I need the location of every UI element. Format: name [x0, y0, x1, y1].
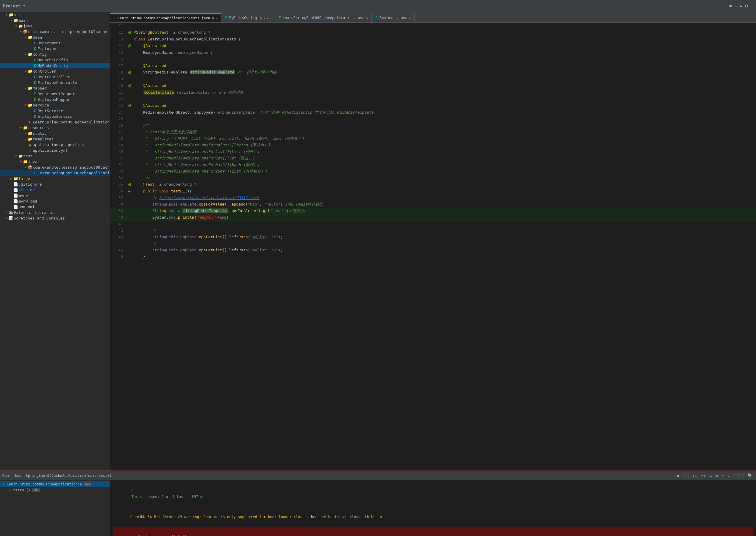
dropdown-arrow-icon[interactable]: ▾ [23, 4, 25, 8]
tree-item-employeeservice[interactable]: C EmployeeService [0, 114, 110, 119]
interface-icon: I [32, 92, 38, 96]
folder-icon: 📁 [27, 86, 33, 90]
file-icon: 📄 [13, 205, 18, 209]
check-pass-icon: ✓ [9, 488, 11, 492]
tree-item-src[interactable]: ▼ 📁 src [0, 12, 110, 17]
code-line-20: 20 🌿 @Autowired [110, 83, 756, 89]
tab-myredisconfig[interactable]: C MyRedisConfig.java ✕ [221, 14, 275, 22]
tree-item-testclass[interactable]: T LearnSpringBoot09CacheApplicationTe... [0, 170, 110, 176]
tree-item-main[interactable]: ▼ 📁 main [0, 17, 110, 23]
close-icon[interactable]: ✕ [366, 17, 368, 19]
folder-icon: 📁 [27, 103, 33, 107]
chevron-down-icon: ▼ [24, 70, 27, 73]
run-item-label: test01() [13, 488, 30, 492]
code-line-28: 28 * String (字符串)、List (列表)、Set (集合)、Has… [110, 135, 756, 142]
code-line-12: 12 🌿 @SpringBootTest ▲ changbenlong * [110, 29, 756, 36]
tab-icon-mainapplication: T [279, 16, 281, 20]
tree-item-deptservice[interactable]: C DeptService [0, 108, 110, 114]
gutter-leaf-icon: 🌿 [127, 84, 131, 88]
tree-item-appyml[interactable]: ⚙ application.yml [0, 148, 110, 153]
layout2-icon[interactable]: ⇌ [739, 3, 742, 9]
tree-item-scratches[interactable]: ▶ 📝 Scratches and Consoles [0, 215, 110, 221]
tree-item-resources[interactable]: ▼ 📁 resources [0, 125, 110, 131]
tree-item-mainapplication[interactable]: C LearnSpringBoot09CacheApplication [0, 119, 110, 125]
run-play-icon[interactable]: ▶ [676, 473, 681, 479]
tree-item-employeemapper[interactable]: I EmployeeMapper [0, 97, 110, 102]
run-down-icon[interactable]: ↓ [727, 473, 731, 479]
tree-item-pomxml[interactable]: 📄 pom.xml [0, 204, 110, 210]
tree-item-service[interactable]: ▼ 📁 service [0, 102, 110, 108]
tree-item-employee[interactable]: C Employee [0, 46, 110, 51]
folder-icon: 📁 [13, 18, 18, 22]
run-filter-icon[interactable]: ⬛⬛ [733, 473, 745, 479]
add-icon[interactable]: ⊕ [729, 3, 732, 9]
tab-testclass[interactable]: T LearnSpringBoot09CacheApplicationTests… [110, 14, 221, 22]
tree-item-package[interactable]: ▼ 📦 com.example.learnspringboot09cache [0, 29, 110, 35]
file-icon: 📄 [13, 199, 18, 203]
tree-item-appprops[interactable]: ⚙ application.properties [0, 142, 110, 148]
tree-item-bean[interactable]: ▼ 📁 bean [0, 35, 110, 40]
run-body: ✓ LearnSpringBoot09CacheApplicationTe 89… [0, 480, 756, 536]
run-stop-icon[interactable]: ⬛ [682, 473, 690, 479]
run-item-label: LearnSpringBoot09CacheApplicationTe [7, 482, 82, 486]
run-toolbar: Run: LearnSpringBoot09CacheApplicationTe… [0, 471, 756, 480]
gutter-leaf-icon: 🌿 [127, 44, 131, 48]
tree-item-external-libs[interactable]: ▶ 📚 External Libraries [0, 210, 110, 215]
tree-item-employeecontroller[interactable]: C EmployeeController [0, 80, 110, 85]
run-rerun-icon[interactable]: ⇌ [714, 473, 719, 479]
tree-item-test-folder[interactable]: ▼ 📁 test [0, 153, 110, 159]
tree-item-templates[interactable]: ▶ 📁 templates [0, 136, 110, 142]
tree-item-department[interactable]: C Department [0, 40, 110, 46]
tree-item-static[interactable]: ▶ 📁 static [0, 131, 110, 136]
chevron-right-icon: ▶ [10, 177, 13, 180]
tree-item-departmentmapper[interactable]: I DepartmentMapper [0, 91, 110, 97]
run-item-test01[interactable]: ✓ test01() 897 [0, 487, 110, 493]
tree-item-config[interactable]: ▼ 📁 config [0, 51, 110, 57]
chevron-down-icon: ▼ [19, 160, 22, 163]
chevron-down-icon: ▼ [24, 104, 27, 107]
run-up-icon[interactable]: ↑ [720, 473, 725, 479]
close-icon[interactable]: ✕ [409, 17, 411, 19]
folder-icon: 📁 [8, 13, 14, 17]
run-item-testclass[interactable]: ✓ LearnSpringBoot09CacheApplicationTe 89… [0, 481, 110, 487]
file-icon: 📄 [13, 193, 18, 198]
tree-item-mycacheconfig[interactable]: C MyCacheConfig [0, 57, 110, 63]
tree-item-java[interactable]: ▼ 📁 java [0, 23, 110, 29]
code-line-30: 30 * stringRedisTemplate.opsForList()[Li… [110, 149, 756, 155]
tree-item-gitignore[interactable]: 📄 .gitignore [0, 182, 110, 187]
editor-area: T LearnSpringBoot09CacheApplicationTests… [110, 12, 756, 471]
tree-item-mvnwcmd[interactable]: 📄 mvnw.cmd [0, 198, 110, 204]
tree-item-controller[interactable]: ▼ 📁 controller [0, 68, 110, 74]
code-line-24: 24 RedisTemplate<Object, Employee> empRe… [110, 109, 756, 116]
folder-icon: 📁 [22, 159, 28, 164]
code-line-26: 26 /** [110, 122, 756, 129]
minimize-icon[interactable]: — [750, 3, 753, 9]
code-line-40: 40 System.out.println("msg值："+msg); [110, 214, 756, 221]
tree-item-target[interactable]: ▶ 📁 target [0, 176, 110, 182]
tree-item-deptcontroller[interactable]: C DeptController [0, 74, 110, 80]
run-list-icon[interactable]: ≡ [708, 473, 713, 479]
tree-item-myredisconfig[interactable]: C MyRedisConfig [0, 63, 110, 68]
tree-item-test-package[interactable]: ▼ 📦 com.example.learnspringboot09cache [0, 164, 110, 170]
run-search-icon[interactable]: 🔍 [746, 473, 754, 479]
layout-icon[interactable]: ≡ [734, 3, 737, 9]
folder-icon: 📁 [27, 131, 33, 136]
run-sort-up-icon[interactable]: ↑↑ [700, 473, 707, 479]
chevron-down-icon: ▼ [24, 166, 27, 169]
code-line-11: 11 [110, 22, 756, 29]
tab-employee[interactable]: C Employee.java ✕ [372, 14, 414, 22]
run-sort-down-icon[interactable]: ↓↓ [691, 473, 699, 479]
close-icon[interactable]: ✕ [216, 17, 218, 20]
code-line-18: 18 🌿 StringRedisTemplate stringRedisTemp… [110, 69, 756, 76]
libs-icon: 📚 [8, 210, 14, 215]
code-line-42: 42 // [110, 227, 756, 234]
settings-icon[interactable]: ⚙ [745, 3, 748, 9]
code-line-23: 23 🌿 @Autowired [110, 102, 756, 109]
properties-icon: ⚙ [27, 143, 33, 147]
close-icon[interactable]: ✕ [270, 17, 271, 19]
tree-item-mvnw[interactable]: 📄 mvnw [0, 193, 110, 198]
tree-item-help[interactable]: 📄 HELP.md [0, 187, 110, 193]
tab-mainapplication[interactable]: T LearnSpringBoot09CacheApplication.java… [275, 14, 372, 22]
tree-item-mapper[interactable]: ▼ 📁 mapper [0, 85, 110, 91]
tree-item-test-java[interactable]: ▼ 📁 java [0, 159, 110, 164]
